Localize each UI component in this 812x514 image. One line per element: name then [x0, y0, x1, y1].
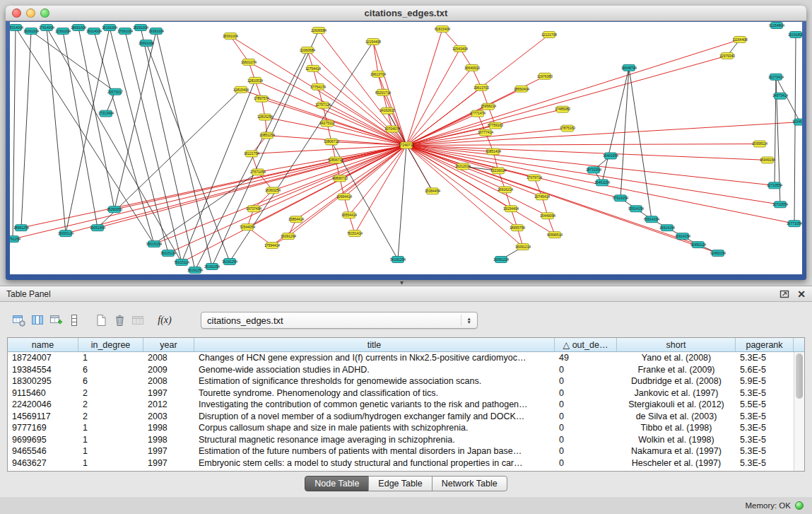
graph-node[interactable]: 19051954	[90, 225, 105, 231]
graph-node[interactable]: 26191254	[204, 264, 220, 270]
graph-node[interactable]: 92450124	[690, 242, 706, 248]
column-header[interactable]: pagerank	[736, 338, 794, 351]
graph-node[interactable]: 87759163	[488, 122, 503, 129]
graph-node[interactable]: 16949164	[760, 157, 775, 163]
table-row[interactable]: 946362711997Embryonic stem cells: a mode…	[8, 457, 804, 469]
window-titlebar[interactable]: citations_edges.txt	[6, 6, 806, 21]
graph-node[interactable]: 16363254	[265, 187, 281, 194]
graph-node[interactable]: 16648794	[621, 64, 637, 71]
tab-network-table[interactable]: Network Table	[432, 476, 507, 491]
table-row[interactable]: 2242004622012Investigating the contribut…	[8, 399, 804, 411]
graph-node[interactable]: 17313404	[98, 110, 114, 117]
graph-node[interactable]: 16191254	[187, 267, 203, 274]
table-row[interactable]: 1456911722003Disruption of a novel membe…	[8, 411, 804, 423]
graph-node[interactable]: 18955754	[510, 225, 525, 231]
graph-node[interactable]: 16091294	[281, 233, 296, 240]
table-scrollbar[interactable]	[794, 352, 804, 471]
graph-node[interactable]: 18091004	[71, 24, 86, 30]
graph-node[interactable]: 13216014	[490, 168, 506, 174]
graph-node[interactable]: 16273414	[768, 74, 784, 80]
table-selector-dropdown[interactable]: citations_edges.txt ▲▼	[201, 312, 478, 329]
column-settings-icon[interactable]	[10, 311, 28, 329]
graph-node[interactable]: 92450154	[710, 250, 726, 257]
column-header[interactable]: year	[143, 338, 194, 351]
graph-node[interactable]: 19613704	[370, 71, 386, 77]
graph-node[interactable]: 17897574	[254, 95, 269, 102]
graph-node[interactable]: 83201714	[375, 89, 391, 95]
table-row[interactable]: 946554611997Estimation of the future num…	[8, 445, 804, 457]
graph-node[interactable]: 17079714	[526, 175, 542, 181]
function-builder-icon[interactable]: f(x)	[155, 311, 174, 329]
column-header[interactable]: in_degree	[78, 338, 143, 351]
graph-node[interactable]: 76151414	[347, 230, 363, 237]
graph-node[interactable]: 35015134	[160, 250, 176, 257]
close-window-button[interactable]	[12, 8, 21, 18]
graph-node[interactable]: 16916214	[498, 187, 513, 193]
table-row[interactable]: 969969511998Structural magnetic resonanc…	[8, 434, 804, 446]
float-panel-icon[interactable]	[779, 289, 790, 299]
graph-node[interactable]: 12815404	[233, 86, 249, 93]
show-hide-columns-icon[interactable]	[28, 311, 47, 329]
graph-node[interactable]: 16045314	[792, 119, 802, 125]
table-row[interactable]: 1938455462009Genome-wide association stu…	[8, 364, 804, 376]
graph-node[interactable]: 16914154	[659, 225, 675, 231]
graph-node[interactable]: 19391004	[148, 28, 164, 34]
graph-node[interactable]: 52806712	[328, 157, 343, 163]
graph-node[interactable]: 14162615	[379, 107, 395, 114]
column-header[interactable]: △ out_de…	[555, 338, 617, 351]
graph-node[interactable]: 17914004	[39, 24, 54, 30]
graph-node[interactable]: 95015154	[146, 241, 162, 247]
graph-node[interactable]: 19601074	[241, 59, 257, 65]
zoom-window-button[interactable]	[40, 8, 49, 18]
graph-node[interactable]: 17485083	[555, 106, 570, 112]
graph-node[interactable]: 16091004	[23, 28, 39, 34]
graph-node[interactable]: 19613703	[473, 84, 489, 90]
graph-node[interactable]: 11976383	[537, 73, 553, 79]
graph-node[interactable]: 16191804	[788, 31, 802, 37]
graph-node[interactable]: 16777414	[478, 129, 493, 136]
graph-node[interactable]: 10851254	[259, 132, 275, 139]
graph-node[interactable]: 18991254	[13, 225, 29, 231]
graph-node[interactable]: 56191254	[390, 257, 406, 263]
graph-node[interactable]: 19737494	[246, 206, 261, 212]
tab-node-table[interactable]: Node Table	[305, 476, 369, 491]
graph-node[interactable]: 10704074	[384, 126, 400, 132]
tab-edge-table[interactable]: Edge Table	[368, 476, 432, 491]
graph-node[interactable]: 17091004	[117, 28, 133, 34]
graph-node[interactable]: 36191254	[222, 259, 237, 265]
graph-node[interactable]: 16771054	[787, 221, 802, 227]
graph-node[interactable]: 81815404	[435, 25, 450, 32]
graph-node[interactable]: 16691004	[139, 40, 154, 46]
graph-node[interactable]: 27571054	[250, 169, 266, 175]
table-row[interactable]: 911546021997Tourette syndrome. Phenomeno…	[8, 387, 804, 399]
graph-node[interactable]: 22060584	[300, 47, 315, 53]
table-row[interactable]: 1872400712008Changes of HCN gene express…	[8, 352, 804, 364]
graph-node[interactable]: 18391004	[223, 33, 238, 39]
graph-node[interactable]: 72544054	[240, 224, 255, 230]
graph-node[interactable]: 18731954	[586, 167, 601, 173]
graph-node[interactable]: 12810534	[247, 77, 263, 83]
graph-node[interactable]: 16093124	[58, 230, 73, 237]
graph-node[interactable]: 15958114	[752, 141, 767, 147]
graph-node[interactable]: 16091214	[515, 244, 531, 250]
graph-node[interactable]: 17875163	[560, 125, 575, 132]
import-table-icon[interactable]	[129, 311, 147, 329]
graph-node[interactable]: 11154408	[732, 36, 748, 42]
graph-node[interactable]: 16121754	[244, 151, 259, 157]
graph-node[interactable]: 16461154	[594, 180, 610, 186]
graph-node[interactable]: 16091224	[493, 257, 509, 263]
graph-node[interactable]: 16212014	[455, 163, 471, 170]
graph-node[interactable]: 10791254	[10, 236, 20, 243]
column-header[interactable]: title	[194, 338, 555, 351]
new-table-icon[interactable]	[92, 311, 110, 329]
graph-node[interactable]: 15449094	[540, 213, 555, 219]
row-height-icon[interactable]	[65, 311, 83, 329]
graph-node[interactable]: 12757124	[315, 102, 331, 108]
graph-node[interactable]: 93914154	[628, 206, 644, 212]
graph-node[interactable]: 75015114	[174, 259, 189, 266]
graph-node[interactable]: 60996514	[547, 232, 563, 238]
graph-node[interactable]: 16191004	[102, 24, 117, 30]
graph-node[interactable]: 20573017	[107, 88, 123, 95]
column-header[interactable]: name	[8, 338, 78, 351]
graph-node[interactable]: 12543404	[452, 45, 468, 52]
